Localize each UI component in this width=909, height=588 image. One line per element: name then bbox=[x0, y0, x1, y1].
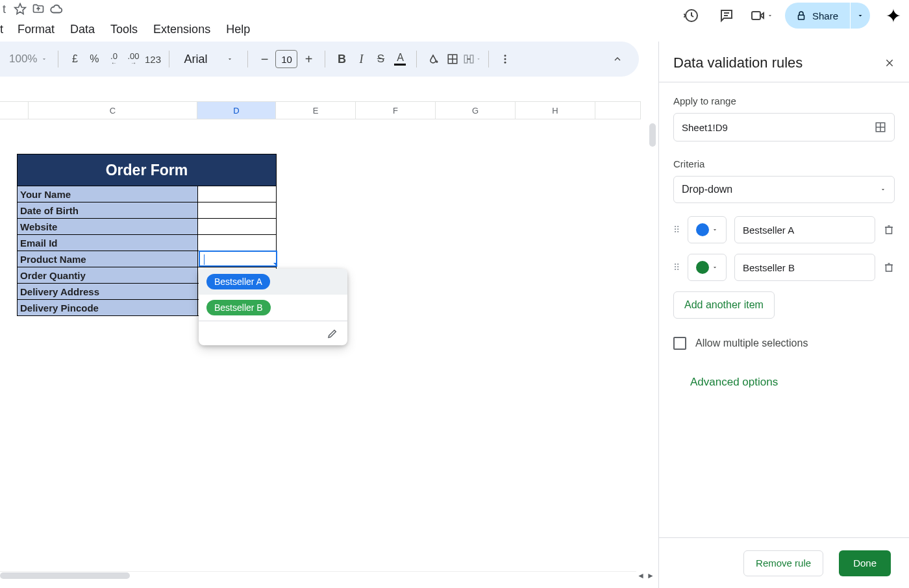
done-button[interactable]: Done bbox=[839, 550, 891, 576]
comments-icon[interactable] bbox=[715, 4, 738, 27]
menu-extensions[interactable]: Extensions bbox=[145, 19, 218, 40]
range-value: Sheet1!D9 bbox=[682, 122, 728, 133]
allow-multiple-checkbox[interactable]: Allow multiple selections bbox=[673, 337, 895, 350]
allow-multiple-label: Allow multiple selections bbox=[695, 337, 808, 349]
increase-decimal-button[interactable]: .00→ bbox=[123, 49, 143, 69]
currency-button[interactable]: £ bbox=[65, 49, 84, 69]
form-row: Email Id bbox=[18, 234, 276, 251]
form-row-value[interactable] bbox=[198, 234, 276, 251]
column-header[interactable]: C bbox=[29, 102, 197, 119]
delete-option-button[interactable] bbox=[883, 262, 895, 273]
option-chip: Bestseller B bbox=[206, 300, 271, 315]
option-value-input[interactable]: Bestseller B bbox=[734, 254, 875, 281]
dropdown-popup: Bestseller ABestseller B bbox=[199, 269, 347, 345]
font-name: Arial bbox=[184, 53, 207, 66]
svg-point-10 bbox=[504, 62, 506, 64]
option-color-select[interactable] bbox=[688, 216, 727, 243]
svg-marker-0 bbox=[15, 4, 26, 14]
column-header[interactable] bbox=[595, 102, 641, 119]
form-row-label: Order Quantiy bbox=[18, 267, 198, 283]
option-value-input[interactable]: Bestseller A bbox=[734, 216, 875, 243]
form-row-label: Date of Birth bbox=[18, 202, 198, 218]
apply-range-input[interactable]: Sheet1!D9 bbox=[673, 113, 895, 141]
criteria-select[interactable]: Drop-down bbox=[673, 176, 895, 203]
decrease-decimal-button[interactable]: .0← bbox=[104, 49, 123, 69]
column-header[interactable]: G bbox=[436, 102, 516, 119]
title-fragment: t bbox=[3, 3, 6, 16]
lock-icon bbox=[795, 10, 807, 21]
option-chip: Bestseller A bbox=[206, 274, 270, 289]
dropdown-indicator-icon[interactable] bbox=[273, 263, 277, 267]
column-header[interactable]: E bbox=[276, 102, 356, 119]
checkbox-icon bbox=[673, 337, 686, 350]
history-icon[interactable] bbox=[680, 4, 703, 27]
form-row-value[interactable] bbox=[198, 218, 276, 234]
column-header[interactable]: H bbox=[516, 102, 595, 119]
text-color-button[interactable]: A bbox=[390, 49, 410, 69]
spreadsheet-area[interactable]: Order Form Your NameDate of BirthWebsite… bbox=[0, 119, 639, 567]
remove-rule-button[interactable]: Remove rule bbox=[743, 550, 823, 576]
menu-format[interactable]: Format bbox=[10, 19, 62, 40]
chevron-down-icon bbox=[712, 264, 718, 271]
zoom-select[interactable]: 100% bbox=[0, 53, 51, 66]
grid-icon[interactable] bbox=[875, 121, 886, 133]
share-dropdown[interactable] bbox=[851, 3, 870, 29]
italic-button[interactable]: I bbox=[351, 49, 371, 69]
drag-handle-icon[interactable]: ⠿ bbox=[673, 225, 680, 235]
font-select[interactable]: Arial bbox=[176, 53, 241, 66]
delete-option-button[interactable] bbox=[883, 224, 895, 236]
meet-button[interactable] bbox=[750, 8, 773, 23]
svg-rect-17 bbox=[886, 265, 892, 271]
share-button-group: Share bbox=[785, 3, 870, 29]
column-header[interactable]: D bbox=[197, 102, 276, 119]
strikethrough-button[interactable]: S bbox=[371, 49, 390, 69]
dropdown-option[interactable]: Bestseller A bbox=[199, 269, 347, 295]
star-icon[interactable] bbox=[11, 0, 29, 18]
borders-button[interactable] bbox=[443, 49, 462, 69]
active-cell[interactable] bbox=[199, 251, 277, 267]
collapse-toolbar-button[interactable] bbox=[608, 49, 627, 69]
form-row-label: Delivery Pincode bbox=[18, 299, 198, 315]
form-row-label: Delivery Address bbox=[18, 283, 198, 299]
column-header[interactable] bbox=[0, 102, 29, 119]
column-headers: CDEFGH bbox=[0, 101, 641, 119]
add-another-item-button[interactable]: Add another item bbox=[673, 291, 775, 319]
cloud-status-icon[interactable] bbox=[47, 0, 66, 18]
menu-bar: t Format Data Tools Extensions Help bbox=[0, 18, 258, 40]
menu-tools[interactable]: Tools bbox=[103, 19, 145, 40]
fill-color-button[interactable] bbox=[423, 49, 443, 69]
horizontal-scrollbar[interactable] bbox=[0, 572, 130, 579]
close-icon bbox=[884, 58, 895, 68]
drag-handle-icon[interactable]: ⠿ bbox=[673, 262, 680, 273]
dropdown-option[interactable]: Bestseller B bbox=[199, 295, 347, 321]
dropdown-edit-button[interactable] bbox=[199, 321, 347, 345]
percent-button[interactable]: % bbox=[84, 49, 104, 69]
column-header[interactable]: F bbox=[356, 102, 436, 119]
gemini-icon[interactable] bbox=[882, 4, 905, 27]
scroll-arrows[interactable]: ◄ ► bbox=[637, 571, 654, 580]
menu-help[interactable]: Help bbox=[218, 19, 258, 40]
form-row-value[interactable] bbox=[198, 202, 276, 218]
more-toolbar-button[interactable] bbox=[495, 49, 515, 69]
move-to-folder-icon[interactable] bbox=[29, 0, 47, 18]
toolbar: 100% £ % .0← .00→ 123 Arial − 10 + B I S… bbox=[0, 42, 639, 77]
svg-point-9 bbox=[504, 58, 506, 60]
menu-item[interactable]: t bbox=[0, 19, 10, 40]
decrease-font-button[interactable]: − bbox=[255, 49, 274, 69]
font-size-input[interactable]: 10 bbox=[275, 50, 297, 68]
color-dot-icon bbox=[696, 261, 709, 274]
number-format-button[interactable]: 123 bbox=[143, 49, 162, 69]
vertical-scrollbar[interactable] bbox=[649, 123, 656, 147]
close-sidebar-button[interactable] bbox=[884, 58, 895, 68]
bold-button[interactable]: B bbox=[332, 49, 351, 69]
increase-font-button[interactable]: + bbox=[299, 49, 318, 69]
apply-range-label: Apply to range bbox=[673, 95, 895, 106]
merge-cells-button[interactable] bbox=[462, 49, 482, 69]
advanced-options-toggle[interactable]: Advanced options bbox=[673, 376, 895, 389]
menu-data[interactable]: Data bbox=[62, 19, 103, 40]
form-row-value[interactable] bbox=[198, 186, 276, 202]
option-color-select[interactable] bbox=[688, 254, 727, 281]
share-button[interactable]: Share bbox=[785, 3, 850, 29]
zoom-value: 100% bbox=[9, 53, 37, 66]
form-row: Website bbox=[18, 218, 276, 234]
